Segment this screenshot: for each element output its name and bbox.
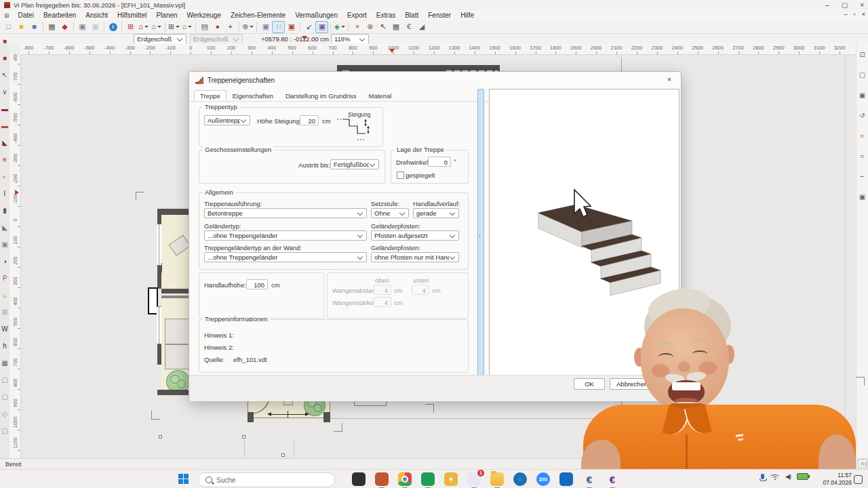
stamp-button[interactable]: ▣ xyxy=(856,191,868,203)
status-toggle-uf[interactable]: UF xyxy=(828,460,840,468)
minus-button[interactable]: − xyxy=(856,171,868,183)
element-points-button[interactable]: ∷ xyxy=(272,21,285,33)
home-north-button[interactable]: ⌂ xyxy=(137,21,150,33)
volume-icon[interactable]: ◀) xyxy=(785,473,791,480)
blueline-button[interactable]: ≈ xyxy=(856,150,868,163)
menu-hilfsmittel[interactable]: Hilfsmittel xyxy=(113,11,151,20)
undo-button[interactable]: ↺ xyxy=(856,110,868,122)
tab-eigenschaften[interactable]: Eigenschaften xyxy=(226,90,279,101)
gelaenderpfosten2-select[interactable]: ohne Pfosten nur mit Handlauf xyxy=(371,252,459,262)
tab-darstellung[interactable]: Darstellung im Grundriss xyxy=(279,90,363,101)
plan-handle[interactable] xyxy=(159,435,162,439)
copy-layers-button[interactable]: ▣ xyxy=(259,21,272,33)
select-arrow-button[interactable]: ↖ xyxy=(0,69,12,81)
img-file-button[interactable]: ■ xyxy=(0,52,12,64)
wifi-icon[interactable] xyxy=(770,473,779,480)
h-tool-button[interactable]: h xyxy=(0,340,12,352)
canvas-scrollbar[interactable] xyxy=(845,54,846,458)
dwg-file-button[interactable]: ■ xyxy=(0,35,12,47)
new-file-button[interactable]: □ xyxy=(2,21,15,33)
gelaendertyp-select[interactable]: ...ohne Treppengeländer xyxy=(204,230,367,241)
outlook-app-taskbar-button[interactable] xyxy=(559,472,574,487)
mdi-minimize-button[interactable]: – xyxy=(844,11,848,18)
home-axis-button[interactable]: ⌂ xyxy=(150,21,163,33)
status-toggle-num[interactable]: NUM xyxy=(841,460,856,468)
status-toggle-rf[interactable]: RF xyxy=(858,460,867,468)
modify-button[interactable]: ⊗ xyxy=(363,21,376,33)
delete-button[interactable]: × xyxy=(351,21,363,33)
new-view-button[interactable]: ⊞ xyxy=(167,21,180,33)
cancel-button[interactable]: Abbrechen xyxy=(610,378,654,390)
battery-icon[interactable] xyxy=(797,473,808,480)
project-window-button[interactable]: ⊞ xyxy=(124,21,137,33)
image-tool-button[interactable]: ▣ xyxy=(0,239,12,251)
menu-hilfe[interactable]: Hilfe xyxy=(456,11,479,20)
start-button[interactable] xyxy=(178,474,189,485)
austritt-select[interactable]: Fertigfußboden xyxy=(330,159,379,169)
stair-tool-button[interactable]: ≡ xyxy=(0,154,12,166)
zoom-app-taskbar-button[interactable]: zm xyxy=(536,472,551,487)
menu-zeichen-elemente[interactable]: Zeichen-Elemente xyxy=(226,11,290,20)
menu-blatt[interactable]: Blatt xyxy=(400,11,423,20)
system-menu-icon[interactable]: ⊞ xyxy=(0,12,14,19)
column-tool-button[interactable]: ▮ xyxy=(0,205,12,217)
menu-export[interactable]: Export xyxy=(342,11,372,20)
microphone-icon[interactable] xyxy=(761,474,764,479)
reference-storey-select[interactable]: Erdgeschoß xyxy=(190,34,243,44)
redline-button[interactable]: ≈ xyxy=(856,130,868,142)
drehwinkel-input[interactable] xyxy=(428,157,451,167)
mdi-restore-button[interactable]: ▫ xyxy=(854,11,856,18)
viplan-app-taskbar-button[interactable] xyxy=(374,472,389,487)
tab-treppe[interactable]: Treppe xyxy=(194,90,226,101)
copy-button[interactable]: ▣ xyxy=(76,21,89,33)
misc-tool-1-button[interactable]: ▢ xyxy=(0,374,12,386)
handlaufverlauf-select[interactable]: gerade xyxy=(413,208,459,218)
taskbar-search[interactable]: Suche xyxy=(198,472,335,487)
misc-tool-4-button[interactable]: ▢ xyxy=(0,425,12,437)
star-app-taskbar-button[interactable]: ★ xyxy=(443,472,458,487)
menu-bearbeiten[interactable]: Bearbeiten xyxy=(39,11,81,20)
stair-type-select[interactable]: Außentreppe xyxy=(204,115,250,125)
taskbar-clock[interactable]: 11:57 07.04.2026 xyxy=(823,472,852,487)
purple-tool-button[interactable]: ▣ xyxy=(315,21,328,33)
tab-material[interactable]: Material xyxy=(363,90,398,101)
info-button[interactable]: i xyxy=(106,21,119,33)
misc-tool-2-button[interactable]: ▢ xyxy=(0,391,12,403)
menu-ansicht[interactable]: Ansicht xyxy=(81,11,113,20)
gespiegelt-checkbox[interactable] xyxy=(397,171,404,179)
paste-button[interactable]: ▣ xyxy=(89,21,102,33)
mdi-close-button[interactable]: × xyxy=(862,11,865,18)
layout-grid-button[interactable]: ⊡ xyxy=(856,49,868,61)
save-button[interactable]: ■ xyxy=(28,21,41,33)
desktop-app-taskbar-button[interactable] xyxy=(351,472,366,487)
menu-fenster[interactable]: Fenster xyxy=(423,11,456,20)
pointer-button[interactable]: ↖ xyxy=(376,21,389,33)
setzstufe-select[interactable]: Ohne xyxy=(371,208,409,218)
w-tool-button[interactable]: W xyxy=(0,323,12,336)
misc-tool-3-button[interactable]: ◇ xyxy=(0,408,12,420)
hoehe-steigung-input[interactable] xyxy=(300,115,319,125)
wall2-tool-button[interactable]: ▬ xyxy=(0,120,12,132)
wall-tool-button[interactable]: ▬ xyxy=(0,103,12,115)
ok-button[interactable]: OK xyxy=(574,378,605,390)
zoom-region-button[interactable]: ● xyxy=(211,21,224,33)
preview-splitter[interactable]: ‹ xyxy=(477,89,484,377)
triangle-ruler-button[interactable]: ◢ xyxy=(415,21,428,33)
dome-tool-button[interactable]: ◑ xyxy=(0,256,12,268)
dialog-close-button[interactable]: × xyxy=(663,74,675,85)
open-folder-button[interactable]: ■ xyxy=(15,21,28,33)
pdf-export-button[interactable]: ◆ xyxy=(58,21,71,33)
spreadsheet-app-taskbar-button[interactable] xyxy=(420,472,435,487)
table-tool-button[interactable]: ▦ xyxy=(0,357,12,369)
polygon-tool-button[interactable]: ◣ xyxy=(0,222,12,234)
euro-app-taskbar-button[interactable]: € xyxy=(582,472,597,487)
measure-button[interactable]: ↙ xyxy=(302,21,315,33)
beam-tool-button[interactable]: I xyxy=(0,188,12,200)
file-explorer-taskbar-button[interactable] xyxy=(490,472,505,487)
snapshot-button[interactable]: ▣ xyxy=(856,89,868,102)
polyline-button[interactable]: ∨ xyxy=(0,86,12,98)
euro-costs-button[interactable]: € xyxy=(402,21,415,33)
menu-extras[interactable]: Extras xyxy=(372,11,400,20)
wandtyp-select[interactable]: ...ohne Treppengeländer xyxy=(204,252,367,262)
menu-planen[interactable]: Planen xyxy=(151,11,182,20)
